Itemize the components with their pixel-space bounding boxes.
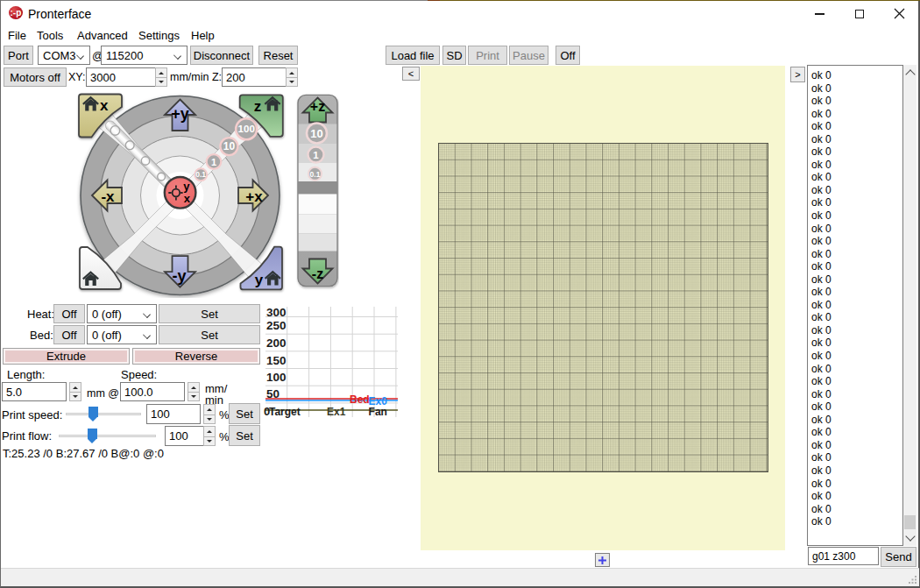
svg-text:150: 150 <box>266 354 287 367</box>
svg-text:+x: +x <box>245 188 263 205</box>
svg-text:1: 1 <box>313 150 319 160</box>
svg-text:+y: +y <box>171 105 189 123</box>
svg-text:0.1: 0.1 <box>195 170 206 179</box>
svg-text:y: y <box>183 180 190 193</box>
svg-text:10: 10 <box>310 127 322 140</box>
svg-text:100: 100 <box>266 371 287 384</box>
svg-text:x: x <box>100 97 109 114</box>
svg-text:-y: -y <box>172 267 186 285</box>
svg-text:Bed: Bed <box>350 393 370 406</box>
svg-text:50: 50 <box>266 387 280 400</box>
svg-text:z: z <box>254 98 262 115</box>
svg-text:Fan: Fan <box>369 406 387 418</box>
svg-text:x: x <box>184 192 191 205</box>
svg-text:Ex1: Ex1 <box>327 406 346 418</box>
svg-text:10: 10 <box>223 140 236 152</box>
svg-text:+z: +z <box>310 99 325 114</box>
svg-text:1: 1 <box>211 157 216 167</box>
svg-text:-z: -z <box>312 266 323 281</box>
svg-text:Target: Target <box>269 406 301 418</box>
svg-text:-x: -x <box>101 188 115 205</box>
svg-text:y: y <box>255 272 264 288</box>
svg-text:100: 100 <box>238 124 255 134</box>
svg-text:0.1: 0.1 <box>310 170 321 179</box>
svg-text:250: 250 <box>266 319 287 332</box>
svg-text:300: 300 <box>266 306 287 319</box>
svg-text:200: 200 <box>266 337 287 350</box>
